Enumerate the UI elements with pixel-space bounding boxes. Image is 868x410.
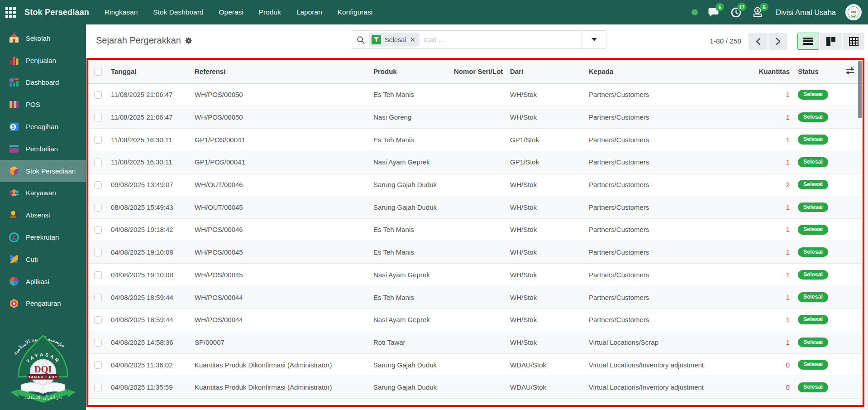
row-checkbox[interactable]: [94, 226, 102, 234]
table-row[interactable]: 04/08/2025 19:10:08WH/POS/00045Es Teh Ma…: [88, 241, 863, 264]
kanban-view-icon: [826, 37, 835, 46]
row-checkbox[interactable]: [94, 361, 102, 369]
row-checkbox[interactable]: [94, 181, 102, 189]
cell-checkbox[interactable]: [88, 196, 107, 218]
row-checkbox[interactable]: [94, 204, 102, 212]
view-settings-gear-icon[interactable]: [185, 37, 193, 45]
sidebar-item-pos[interactable]: POS: [0, 93, 86, 116]
table-row[interactable]: 09/08/2025 13:49:07WH/OUT/00046Sarung Ga…: [88, 174, 863, 196]
filter-remove-icon[interactable]: ✕: [410, 36, 416, 43]
user-avatar[interactable]: DQI: [845, 4, 862, 20]
cell-produk: Sarung Gajah Duduk: [370, 196, 450, 218]
table-row[interactable]: 04/08/2025 11:00:13WH/INT/00004Sarung Ga…: [88, 399, 863, 407]
column-produk[interactable]: Produk: [370, 60, 450, 83]
row-checkbox[interactable]: [94, 91, 102, 99]
table-row[interactable]: 04/08/2025 19:10:08WH/POS/00045Nasi Ayam…: [88, 264, 863, 286]
cell-checkbox[interactable]: [88, 399, 107, 407]
pager-next-button[interactable]: [768, 33, 787, 50]
row-checkbox[interactable]: [94, 294, 102, 301]
quantity-value: 1: [786, 158, 790, 166]
row-checkbox[interactable]: [94, 406, 102, 407]
sidebar-item-pembelian[interactable]: Pembelian: [0, 138, 86, 160]
money-icon[interactable]: $ 5: [752, 6, 764, 19]
column-nomor-seri-lot[interactable]: Nomor Seri/Lot: [450, 60, 497, 83]
table-row[interactable]: 04/08/2025 14:58:36SP/00007Roti TawarWH/…: [88, 331, 863, 354]
table-row[interactable]: 04/08/2025 18:59:44WH/POS/00044Es Teh Ma…: [88, 286, 863, 309]
table-row[interactable]: 11/08/2025 16:30:11GP1/POS/00041Es Teh M…: [88, 128, 863, 151]
select-all-cell[interactable]: [88, 60, 107, 83]
cell-status: Selesai: [793, 376, 837, 399]
select-all-checkbox[interactable]: [94, 68, 102, 76]
menu-stok-dashboard[interactable]: Stok Dashboard: [153, 8, 203, 16]
table-row[interactable]: 04/08/2025 11:36:02Kuantitas Produk Diko…: [88, 353, 863, 376]
row-checkbox[interactable]: [94, 114, 102, 121]
table-row[interactable]: 04/08/2025 19:18:42WH/POS/00046Es Teh Ma…: [88, 218, 863, 241]
kanban-view-button[interactable]: [820, 33, 842, 50]
page-scroll-track[interactable]: [864, 58, 868, 410]
cell-dari: WH/Stok: [497, 264, 576, 286]
menu-laporan[interactable]: Laporan: [296, 8, 322, 16]
filter-chip-selesai[interactable]: Selesai ✕: [369, 33, 420, 47]
row-checkbox[interactable]: [94, 136, 102, 144]
table-scrollbar-thumb[interactable]: [858, 61, 862, 118]
sidebar-item-karyawan[interactable]: Karyawan: [0, 182, 86, 204]
table-row[interactable]: 11/08/2025 16:30:11GP1/POS/00041Nasi Aya…: [88, 151, 863, 174]
cell-checkbox[interactable]: [88, 241, 107, 264]
menu-konfigurasi[interactable]: Konfigurasi: [338, 8, 373, 16]
cell-checkbox[interactable]: [88, 286, 107, 309]
table-row[interactable]: 04/08/2025 18:59:44WH/POS/00044Nasi Ayam…: [88, 309, 863, 331]
cell-referensi: WH/POS/00044: [191, 309, 370, 331]
column-kepada[interactable]: Kepada: [576, 60, 750, 83]
sidebar-item-stok-persediaan[interactable]: Stok Persediaan: [0, 160, 86, 182]
pivot-view-button[interactable]: [843, 33, 864, 50]
cell-checkbox[interactable]: [88, 218, 107, 241]
company-name[interactable]: Divisi Amal Usaha: [776, 8, 836, 17]
row-checkbox[interactable]: [94, 159, 102, 166]
row-checkbox[interactable]: [94, 384, 102, 391]
sidebar-item-penagihan[interactable]: $ Penagihan: [0, 116, 86, 138]
row-checkbox[interactable]: [94, 339, 102, 347]
apps-grid-icon[interactable]: [0, 0, 21, 24]
messages-icon[interactable]: 6: [707, 6, 720, 19]
sidebar-item-aplikasi[interactable]: Aplikasi: [0, 270, 86, 293]
sidebar-item-pengaturan[interactable]: Pengaturan: [0, 293, 86, 315]
cell-checkbox[interactable]: [88, 83, 107, 106]
column-tanggal[interactable]: Tanggal: [107, 60, 191, 83]
cell-checkbox[interactable]: [88, 309, 107, 331]
cell-checkbox[interactable]: [88, 353, 107, 376]
table-row[interactable]: 08/08/2025 15:49:43WH/OUT/00045Sarung Ga…: [88, 196, 863, 218]
menu-operasi[interactable]: Operasi: [219, 8, 243, 16]
sidebar-item-label: Sekolah: [26, 34, 50, 42]
cell-checkbox[interactable]: [88, 106, 107, 129]
row-checkbox[interactable]: [94, 271, 102, 279]
menu-produk[interactable]: Produk: [259, 8, 281, 16]
table-row[interactable]: 11/08/2025 21:06:47WH/POS/00050Es Teh Ma…: [88, 83, 863, 106]
sidebar-item-penjualan[interactable]: Penjualan: [0, 49, 86, 72]
row-checkbox[interactable]: [94, 316, 102, 324]
sidebar-item-perekrutan[interactable]: Perekrutan: [0, 226, 86, 248]
cell-checkbox[interactable]: [88, 331, 107, 354]
cell-checkbox[interactable]: [88, 128, 107, 151]
column-dari[interactable]: Dari: [497, 60, 576, 83]
sidebar-item-dashboard[interactable]: Dashboard: [0, 72, 86, 94]
activities-clock-icon[interactable]: 17: [730, 6, 742, 19]
list-view-button[interactable]: [797, 33, 819, 50]
cell-checkbox[interactable]: [88, 376, 107, 399]
sidebar-item-sekolah[interactable]: Sekolah: [0, 27, 86, 49]
table-row[interactable]: 11/08/2025 21:06:47WH/POS/00050Nasi Gore…: [88, 106, 863, 129]
search-input[interactable]: [420, 36, 582, 43]
sidebar-item-cuti[interactable]: Cuti: [0, 248, 86, 270]
column-status[interactable]: Status: [793, 60, 837, 83]
cell-kepada: Virtual Locations/Inventory adjustment: [576, 376, 750, 399]
column-kuantitas[interactable]: Kuantitas: [750, 60, 793, 83]
cell-checkbox[interactable]: [88, 151, 107, 174]
row-checkbox[interactable]: [94, 249, 102, 256]
cell-checkbox[interactable]: [88, 264, 107, 286]
pager-previous-button[interactable]: [749, 33, 768, 50]
menu-ringkasan[interactable]: Ringkasan: [105, 8, 138, 16]
search-dropdown-toggle[interactable]: [582, 30, 606, 49]
sidebar-item-absensi[interactable]: Absensi: [0, 204, 86, 226]
column-referensi[interactable]: Referensi: [191, 60, 370, 83]
cell-checkbox[interactable]: [88, 174, 107, 196]
table-row[interactable]: 04/08/2025 11:35:59Kuantitas Produk Diko…: [88, 376, 863, 399]
